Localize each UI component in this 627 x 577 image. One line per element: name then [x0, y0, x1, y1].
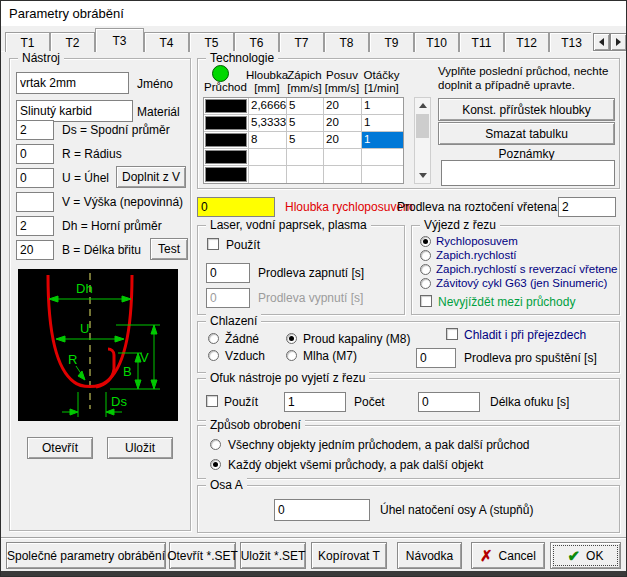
chlazeni-radio-proud-kapaliny[interactable] [286, 333, 297, 344]
cell-posuv[interactable]: 20 [324, 132, 362, 149]
pass-color-cell[interactable] [204, 132, 249, 149]
prodleva-zapnuti-input[interactable] [206, 263, 250, 283]
prodleva-vretena-input[interactable] [558, 197, 616, 217]
cell-otacky[interactable] [362, 166, 403, 183]
pass-color-cell[interactable] [204, 149, 249, 166]
tab-t12[interactable]: T12 [504, 32, 549, 52]
ulozit-set-button[interactable]: Uložit *.SET [240, 542, 306, 569]
cancel-button[interactable]: ✗ Cancel [471, 542, 545, 569]
chlazeni-option-label[interactable]: Vzduch [225, 349, 265, 363]
laser-pouzit-label[interactable]: Použít [226, 238, 260, 252]
vyjezd-option-label[interactable]: Rychloposuvem [436, 235, 518, 247]
vyjezd-radio-zapich-rychlosti[interactable] [420, 250, 431, 261]
chladit-prejezdech-label[interactable]: Chladit i při přejezdech [464, 328, 586, 342]
kopirovat-t-button[interactable]: Kopírovat T [311, 542, 387, 569]
poznamky-textarea[interactable] [441, 160, 615, 186]
cell-otacky[interactable] [362, 149, 403, 166]
chladit-prejezdech-checkbox[interactable] [446, 328, 458, 340]
cell-zapich[interactable]: 5 [287, 115, 324, 132]
tab-t4[interactable]: T4 [144, 32, 189, 52]
doplnit-z-v-button[interactable]: Doplnit z V [116, 166, 186, 188]
uhel-osy-a-input[interactable] [274, 499, 370, 521]
cell-posuv[interactable] [324, 149, 362, 166]
vyska-input[interactable] [16, 192, 54, 212]
tool-open-button[interactable]: Otevřít [27, 437, 93, 459]
chlazeni-radio-mlha[interactable] [286, 350, 297, 361]
scrollbar-thumb[interactable] [416, 114, 429, 138]
cell-posuv[interactable]: 20 [324, 115, 362, 132]
test-button[interactable]: Test [150, 238, 188, 260]
jmeno-input[interactable] [16, 72, 129, 94]
tab-t3[interactable]: T3 [95, 28, 144, 52]
tab-t6[interactable]: T6 [234, 32, 279, 52]
spolecne-parametry-button[interactable]: Společné parametry obrábění [6, 542, 166, 569]
chlazeni-radio-zadne[interactable] [208, 333, 219, 344]
cell-hloubka[interactable]: 5,33333 [249, 115, 287, 132]
cell-hloubka[interactable] [249, 166, 287, 183]
ofuk-pouzit-checkbox[interactable] [206, 395, 218, 407]
cell-otacky-selected[interactable]: 1 [362, 132, 403, 149]
delka-ofuku-input[interactable] [418, 392, 480, 412]
nevyjizdet-checkbox[interactable] [420, 295, 432, 307]
tab-t7[interactable]: T7 [279, 32, 324, 52]
vyjezd-radio-zavitovy-cykl[interactable] [420, 278, 431, 289]
cell-posuv[interactable]: 20 [324, 98, 362, 115]
scroll-up-button[interactable] [415, 98, 430, 113]
otevrit-set-button[interactable]: Otevřít *.SET [169, 542, 236, 569]
chlazeni-option-label[interactable]: Mlha (M7) [303, 349, 357, 363]
pass-color-cell[interactable] [204, 98, 249, 115]
tool-save-button[interactable]: Uložit [107, 437, 173, 459]
pass-color-cell[interactable] [204, 166, 249, 183]
tab-t5[interactable]: T5 [189, 32, 234, 52]
konst-prirustek-button[interactable]: Konst. přírůstek hloubky [438, 98, 615, 121]
ds-input[interactable] [16, 120, 54, 140]
material-input[interactable] [16, 100, 133, 122]
hloubka-rychloposuvem-input[interactable] [197, 197, 275, 217]
smazat-tabulku-button[interactable]: Smazat tabulku [438, 122, 615, 145]
ofuk-pouzit-label[interactable]: Použít [224, 395, 258, 409]
nevyjizdet-label[interactable]: Nevyjíždět mezi průchody [438, 295, 575, 309]
prodleva-spusteni-input[interactable] [416, 348, 456, 368]
tab-t13[interactable]: T13 [549, 32, 591, 52]
uhel-input[interactable] [16, 168, 54, 188]
cell-otacky[interactable]: 1 [362, 98, 403, 115]
tab-t10[interactable]: T10 [414, 32, 459, 52]
zpusob-option-label[interactable]: Každý objekt všemi průchody, a pak další… [228, 458, 483, 472]
cell-posuv[interactable] [324, 166, 362, 183]
vyjezd-radio-zapich-reverzace[interactable] [420, 264, 431, 275]
scroll-down-button[interactable] [415, 168, 430, 183]
cell-zapich[interactable]: 5 [287, 98, 324, 115]
horni-prumer-input[interactable] [16, 216, 54, 236]
vyjezd-option-label[interactable]: Zapich.rychlostí s reverzací vřetene [436, 263, 618, 275]
cell-hloubka[interactable]: 2,66666 [249, 98, 287, 115]
tab-t11[interactable]: T11 [459, 32, 504, 52]
chlazeni-radio-vzduch[interactable] [208, 350, 219, 361]
radius-input[interactable] [16, 144, 54, 164]
zpusob-radio-kazdy-objekt[interactable] [210, 459, 221, 470]
navodka-button[interactable]: Návodka [397, 542, 462, 569]
vyjezd-radio-rychloposuvem[interactable] [420, 236, 431, 247]
laser-pouzit-checkbox[interactable] [207, 238, 219, 250]
tab-t9[interactable]: T9 [369, 32, 414, 52]
chlazeni-option-label[interactable]: Žádné [225, 332, 259, 346]
delka-britu-input[interactable] [16, 240, 54, 260]
tab-t1[interactable]: T1 [5, 32, 50, 52]
vyjezd-option-label[interactable]: Závitový cykl G63 (jen Sinumeric) [436, 277, 607, 289]
prodleva-vypnuti-input[interactable] [206, 288, 250, 308]
table-scrollbar[interactable] [414, 97, 431, 184]
cell-hloubka[interactable]: 8 [249, 132, 287, 149]
tab-scroll-right-button[interactable] [610, 33, 627, 51]
ofuk-pocet-input[interactable] [284, 392, 346, 412]
tab-t2[interactable]: T2 [50, 32, 95, 52]
zpusob-option-label[interactable]: Všechny objekty jedním průchodem, a pak … [228, 438, 530, 452]
tab-scroll-left-button[interactable] [593, 33, 610, 51]
chlazeni-option-label[interactable]: Proud kapaliny (M8) [303, 332, 410, 346]
vyjezd-option-label[interactable]: Zapich.rychlostí [436, 249, 517, 261]
ok-button[interactable]: ✔ OK [550, 542, 621, 569]
cell-zapich[interactable]: 5 [287, 132, 324, 149]
cell-zapich[interactable] [287, 149, 324, 166]
tab-t8[interactable]: T8 [324, 32, 369, 52]
cell-otacky[interactable]: 1 [362, 115, 403, 132]
pass-color-cell[interactable] [204, 115, 249, 132]
cell-hloubka[interactable] [249, 149, 287, 166]
